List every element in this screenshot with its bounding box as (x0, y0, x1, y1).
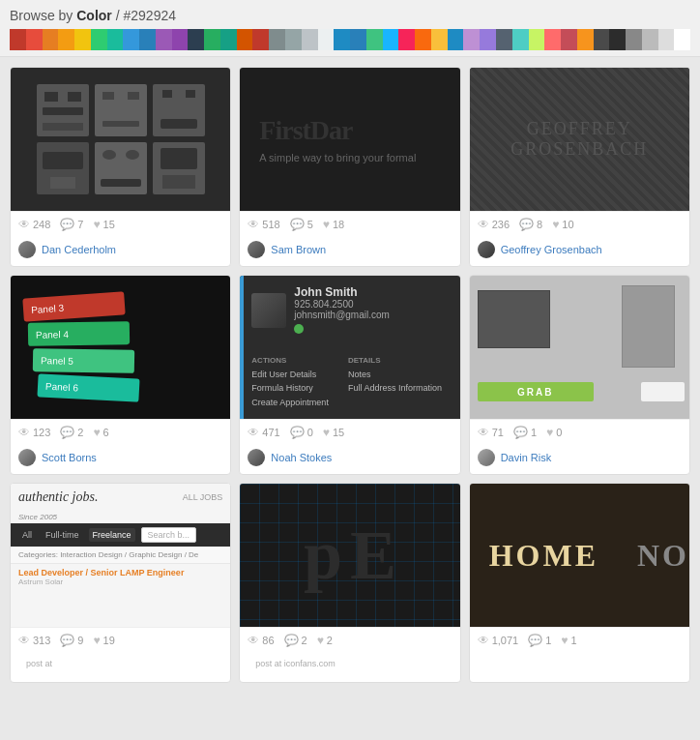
author-5-name[interactable]: Noah Stokes (271, 452, 332, 463)
author-1-name[interactable]: Dan Cederholm (42, 244, 116, 255)
color-swatch-15[interactable] (252, 29, 269, 50)
card-7-image[interactable]: authentic jobs. ALL JOBS Since 2005 All … (11, 484, 230, 627)
nav-all[interactable]: All (18, 528, 36, 542)
likes-4: ♥ 6 (93, 426, 108, 439)
card-8-author: post at iconfans.com (240, 653, 459, 682)
likes-7: ♥ 19 (93, 634, 114, 647)
grab-button[interactable]: GRAB (478, 382, 594, 401)
nav-freelance[interactable]: Freelance (89, 528, 135, 542)
card-4-author[interactable]: Scott Borns (11, 445, 230, 474)
color-swatch-6[interactable] (107, 29, 124, 50)
views-7: 👁 313 (18, 634, 50, 647)
likes-3: ♥ 10 (552, 218, 573, 231)
color-swatch-7[interactable] (123, 29, 139, 50)
card-2-meta: 👁 518 💬 5 ♥ 18 (240, 211, 459, 237)
likes-9: ♥ 1 (561, 634, 576, 647)
color-swatch-39[interactable] (642, 29, 658, 50)
color-swatch-18[interactable] (302, 29, 318, 50)
nav-home: HOME (470, 538, 618, 574)
color-swatch-19[interactable] (318, 29, 335, 50)
color-swatch-20[interactable] (334, 29, 350, 50)
card-6-image[interactable]: GRAB (470, 276, 689, 419)
color-swatch-33[interactable] (544, 29, 561, 50)
card-2-subtitle: A simple way to bring your formal (259, 152, 416, 163)
color-swatch-38[interactable] (626, 29, 642, 50)
color-swatch-28[interactable] (463, 29, 480, 50)
color-swatch-5[interactable] (91, 29, 107, 50)
color-swatch-41[interactable] (674, 29, 690, 50)
color-swatch-2[interactable] (43, 29, 59, 50)
color-swatch-17[interactable] (285, 29, 302, 50)
color-swatch-29[interactable] (480, 29, 496, 50)
color-swatch-14[interactable] (237, 29, 253, 50)
card-3-image[interactable]: Geoffrey Grosenbach (470, 68, 689, 211)
likes-1: ♥ 15 (93, 218, 114, 231)
card-2-author[interactable]: Sam Brown (240, 237, 459, 266)
card-4: Panel 3 Panel 4 Panel 5 Panel 6 👁 123 💬 … (10, 275, 231, 475)
card-5-image[interactable]: John Smith 925.804.2500 johnsmith@gmail.… (240, 276, 459, 419)
color-swatch-13[interactable] (220, 29, 237, 50)
comments-3: 💬 8 (519, 218, 542, 231)
card-8-meta: 👁 86 💬 2 ♥ 2 (240, 627, 459, 653)
comments-4: 💬 2 (60, 426, 83, 439)
color-swatch-16[interactable] (269, 29, 285, 50)
nav-fulltime[interactable]: Full-time (42, 528, 83, 542)
color-swatch-10[interactable] (172, 29, 189, 50)
color-swatch-34[interactable] (561, 29, 577, 50)
author-6-avatar (478, 449, 495, 466)
card-5-author[interactable]: Noah Stokes (240, 445, 459, 474)
color-swatch-37[interactable] (609, 29, 626, 50)
author-2-name[interactable]: Sam Brown (271, 244, 326, 255)
color-swatch-31[interactable] (512, 29, 529, 50)
color-swatch-3[interactable] (58, 29, 74, 50)
card-6-author[interactable]: Davin Risk (470, 445, 689, 474)
color-swatch-11[interactable] (188, 29, 204, 50)
card-2-image[interactable]: FirstDar A simple way to bring your form… (240, 68, 459, 211)
comments-2: 💬 5 (290, 218, 313, 231)
color-bar[interactable] (10, 29, 690, 50)
author-6-name[interactable]: Davin Risk (501, 452, 552, 463)
card-4-image[interactable]: Panel 3 Panel 4 Panel 5 Panel 6 (11, 276, 230, 419)
eye-icon-2: 👁 (248, 218, 259, 231)
color-swatch-9[interactable] (156, 29, 172, 50)
heart-icon-7: ♥ (93, 634, 100, 647)
card-9-image[interactable]: HOME NO (470, 484, 689, 627)
browse-label: Browse by (10, 8, 76, 23)
color-swatch-1[interactable] (26, 29, 43, 50)
color-swatch-35[interactable] (577, 29, 594, 50)
color-swatch-26[interactable] (431, 29, 448, 50)
card-2-title: FirstDar (259, 115, 416, 146)
nav-no: NO (618, 538, 689, 574)
author-4-name[interactable]: Scott Borns (42, 452, 97, 463)
card-8-image[interactable]: p E (240, 484, 459, 627)
color-swatch-21[interactable] (350, 29, 366, 50)
author-5-avatar (248, 449, 265, 466)
color-swatch-27[interactable] (448, 29, 464, 50)
jsmith-phone: 925.804.2500 (294, 299, 390, 310)
actions-label: ACTIONS (251, 356, 329, 365)
eye-icon-7: 👁 (18, 634, 30, 647)
color-swatch-12[interactable] (204, 29, 220, 50)
nav-search[interactable]: Search b... (141, 527, 197, 543)
color-swatch-23[interactable] (383, 29, 399, 50)
color-swatch-22[interactable] (366, 29, 383, 50)
heart-icon-4: ♥ (93, 426, 100, 439)
views-4: 👁 123 (18, 426, 50, 439)
card-1-author[interactable]: Dan Cederholm (11, 237, 230, 266)
author-3-name[interactable]: Geoffrey Grosenbach (501, 244, 602, 255)
color-swatch-8[interactable] (139, 29, 156, 50)
card-3-author[interactable]: Geoffrey Grosenbach (470, 237, 689, 266)
color-swatch-24[interactable] (398, 29, 415, 50)
color-swatch-30[interactable] (496, 29, 512, 50)
aj-job[interactable]: Lead Developer / Senior LAMP Engineer As… (11, 563, 230, 590)
color-swatch-40[interactable] (658, 29, 675, 50)
color-swatch-25[interactable] (415, 29, 431, 50)
eye-icon-6: 👁 (478, 426, 489, 439)
color-swatch-36[interactable] (594, 29, 610, 50)
aj-tagline: Since 2005 (11, 511, 230, 523)
color-swatch-4[interactable] (74, 29, 91, 50)
card-1-image[interactable] (11, 68, 230, 211)
author-3-avatar (478, 241, 495, 258)
color-swatch-32[interactable] (529, 29, 545, 50)
color-swatch-0[interactable] (10, 29, 26, 50)
